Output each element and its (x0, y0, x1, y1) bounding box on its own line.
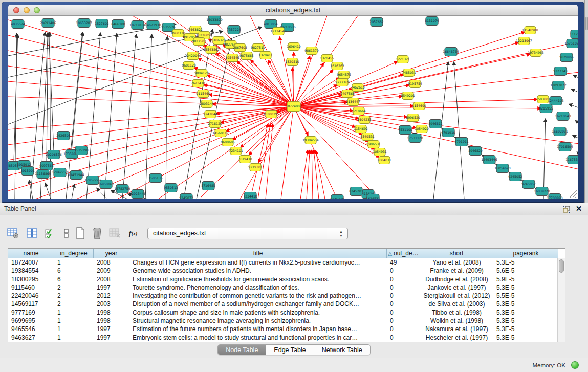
column-header-year[interactable]: year (94, 249, 129, 258)
status-bar: Memory: OK (0, 358, 588, 372)
table-row[interactable]: 2242004622012Investigating the contribut… (8, 292, 565, 300)
float-panel-icon[interactable] (562, 205, 571, 213)
graph-node-label: 9245052 (508, 174, 522, 178)
network-window-titlebar[interactable]: citations_edges.txt (8, 5, 578, 16)
cell-year: 1997 (94, 325, 129, 333)
graph-node-label: 9654575 (337, 73, 351, 76)
column-header-short[interactable]: short (420, 249, 493, 258)
cell-in_degree: 1 (54, 325, 94, 333)
show-columns-button[interactable] (25, 226, 39, 240)
graph-node-label: 11548908 (522, 28, 538, 32)
graph-node-label: 8946820 (468, 149, 483, 152)
graph-node-label: 1154690 (412, 104, 426, 107)
select-all-columns-button[interactable] (43, 226, 57, 240)
graph-node-label: 12093872 (550, 83, 567, 87)
cell-in_degree: 2 (54, 283, 94, 292)
close-panel-icon[interactable]: ✕ (575, 204, 583, 213)
graph-node-label: 1624531 (366, 196, 380, 199)
table-mode-button[interactable] (6, 226, 20, 240)
cell-in_degree: 6 (54, 267, 94, 275)
cell-year: 2008 (94, 275, 129, 283)
table-panel-toolbar: f(x) citations_edges.txt ▲▼ (0, 222, 588, 243)
graph-node-label: 9242844 (203, 112, 217, 116)
graph-node-label: 9861379 (304, 49, 319, 52)
column-header-in_degree[interactable]: in_degree (54, 249, 94, 258)
cell-year: 2003 (94, 300, 129, 308)
graph-node-label: 8996520 (406, 116, 420, 119)
graph-node-label: 18724007 (286, 104, 302, 108)
graph-node-label: 12942757 (52, 170, 68, 174)
graph-node-label: 8215955 (539, 106, 553, 110)
memory-status-icon[interactable] (571, 361, 579, 369)
graph-node-label: 2626505 (56, 134, 71, 137)
close-window-button[interactable] (13, 7, 19, 13)
column-header-pagerank[interactable]: pagerank (493, 249, 558, 258)
graph-node-label: 8245310 (330, 197, 344, 199)
cell-pagerank: 5.6E-5 (493, 267, 558, 275)
graph-node-label: 2136447 (346, 100, 360, 103)
tab-node-table[interactable]: Node Table (218, 345, 266, 355)
column-header-title[interactable]: title (129, 249, 387, 258)
column-header-out_degree[interactable]: △out_de… (387, 249, 420, 258)
table-row[interactable]: 977716911998Corpus callosum shape and si… (8, 309, 565, 317)
graph-node-label: 3915912 (17, 163, 31, 166)
table-row[interactable]: 911546021997Tourette syndrome. Phenomeno… (8, 283, 565, 292)
zoom-window-button[interactable] (34, 7, 40, 13)
graph-node-label: 3915901 (20, 169, 35, 172)
graph-node-label: 12444193 (548, 99, 564, 102)
cell-title: Corpus callosum shape and size in male p… (129, 309, 387, 317)
table-row[interactable]: 946554611997Estimation of the future num… (8, 325, 565, 333)
graph-node-label: 19734983 (528, 51, 544, 54)
sort-ascending-icon: △ (388, 251, 392, 256)
function-builder-button[interactable]: f(x) (126, 226, 140, 240)
table-row[interactable]: 1938455462009Genome-wide association stu… (8, 267, 565, 275)
table-row[interactable]: 969969511998Structural magnetic resonanc… (8, 317, 565, 325)
tab-network-table[interactable]: Network Table (314, 345, 370, 355)
network-canvas[interactable]: 4035574206914061065328715276026466100107… (8, 16, 578, 199)
graph-node-label: 9827511 (251, 46, 265, 49)
cell-out_degree: 0 (387, 300, 420, 308)
graph-node-label: 17016504 (557, 145, 573, 148)
window-resize-grip[interactable] (570, 190, 577, 198)
unselect-all-columns-button[interactable] (59, 226, 74, 240)
table-row[interactable]: 946362711997Embryonic stem cells: a mode… (8, 334, 565, 342)
table-row[interactable]: 1456911722003Disruption of a novel membe… (8, 300, 565, 308)
network-table-selector-value: citations_edges.txt (153, 230, 206, 237)
combo-stepper-icon: ▲▼ (339, 230, 343, 238)
graph-node-label: 11156869 (35, 172, 51, 176)
cell-short: Franke et al. (2009) (420, 267, 493, 275)
cell-title: Tourette syndrome. Phenomenology and cla… (129, 283, 387, 292)
cell-in_degree: 1 (54, 258, 94, 267)
cell-pagerank: 5.9E-5 (493, 275, 558, 283)
network-table-selector[interactable]: citations_edges.txt ▲▼ (147, 228, 348, 239)
minimize-window-button[interactable] (24, 7, 30, 13)
import-table-button[interactable] (107, 226, 122, 240)
cell-title: Structural magnetic resonance image aver… (129, 317, 387, 325)
cell-out_degree: 0 (387, 267, 420, 275)
graph-node-label: 9219301 (248, 165, 263, 169)
table-row[interactable]: 1830029562008Estimation of significance … (8, 275, 565, 283)
graph-node-label: 7234101 (229, 149, 243, 152)
cell-pagerank: 5.3E-5 (493, 317, 558, 325)
graph-node-label: 16054620 (494, 166, 511, 170)
create-new-column-button[interactable] (73, 226, 88, 240)
graph-node-label: 9097588 (39, 164, 54, 167)
background-scrollbar-thumb[interactable] (585, 17, 588, 30)
cell-year: 1997 (94, 334, 129, 342)
graph-node-label: 9875685 (239, 54, 254, 57)
column-header-name[interactable]: name (8, 249, 54, 258)
tab-edge-table[interactable]: Edge Table (266, 345, 314, 355)
graph-node-label: 1221321 (396, 57, 410, 61)
graph-node-label: 17788990 (547, 196, 563, 199)
graph-node-label: 6466100 (111, 22, 125, 26)
graph-node-label: 10653287 (76, 21, 92, 25)
graph-node-label: 1954546 (225, 56, 239, 59)
cell-name: 19384554 (8, 267, 54, 275)
table-scrollbar-thumb[interactable] (559, 259, 564, 273)
graph-node-label: 5716485 (201, 184, 215, 187)
table-scrollbar[interactable] (557, 258, 565, 342)
citation-network-graph: 4035574206914061065328715276026466100107… (8, 16, 578, 199)
cell-pagerank: 5.3E-5 (493, 258, 558, 267)
delete-columns-button[interactable] (90, 226, 104, 240)
table-row[interactable]: 1872400712008Changes of HCN gene express… (8, 258, 565, 267)
